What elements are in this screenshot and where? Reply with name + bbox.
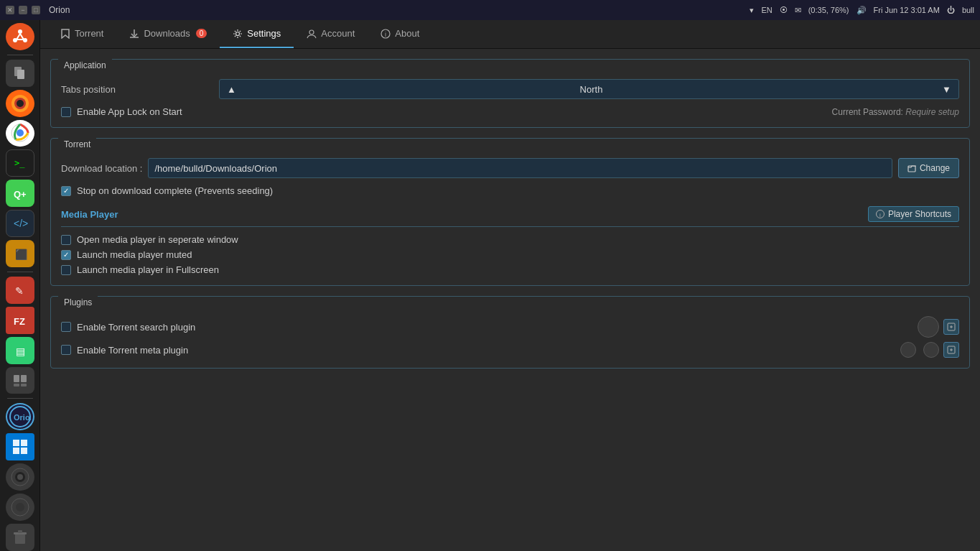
sidebar-icon-ubuntu[interactable] bbox=[6, 23, 34, 50]
meta-plugin-action-btn[interactable] bbox=[943, 342, 959, 358]
svg-point-13 bbox=[17, 129, 24, 136]
open-separate-checkbox[interactable] bbox=[61, 235, 71, 245]
change-location-button[interactable]: Change bbox=[898, 158, 959, 178]
svg-text:i: i bbox=[879, 212, 881, 218]
password-info: Current Password: Require setup bbox=[832, 107, 959, 117]
sidebar-icon-window[interactable] bbox=[6, 433, 34, 460]
svg-rect-46 bbox=[18, 530, 22, 533]
sidebar-icon-files2[interactable] bbox=[6, 367, 34, 394]
sidebar-icon-orion[interactable]: Orion bbox=[6, 403, 34, 430]
sidebar-icon-cam[interactable] bbox=[6, 463, 34, 491]
section-torrent: Torrent Download location : Change Stop … bbox=[50, 138, 970, 286]
battery-status: (0:35, 76%) bbox=[808, 6, 849, 14]
titlebar-status: ▾ EN ⦿ ✉ (0:35, 76%) 🔊 Fri Jun 12 3:01 A… bbox=[750, 6, 974, 15]
tab-account-label: Account bbox=[321, 28, 355, 39]
svg-point-48 bbox=[309, 30, 314, 34]
download-location-label: Download location : bbox=[61, 163, 142, 174]
svg-rect-44 bbox=[15, 534, 25, 544]
launch-fullscreen-label: Launch media player in Fullscreen bbox=[77, 264, 219, 275]
sidebar: >_ Q+ </> ⬛ ✎ FZ ▤ Orion bbox=[0, 20, 40, 551]
plugin-action-icon bbox=[947, 323, 956, 331]
close-btn[interactable]: ✕ bbox=[6, 6, 14, 14]
stop-on-complete-label: Stop on download complete (Prevents seed… bbox=[77, 185, 273, 196]
password-value: Require setup bbox=[905, 107, 959, 117]
svg-rect-30 bbox=[14, 384, 19, 386]
search-plugin-icon-large bbox=[918, 316, 939, 338]
maximize-btn[interactable]: □ bbox=[32, 6, 40, 14]
meta-plugin-action-icon bbox=[947, 346, 956, 354]
section-plugins: Plugins Enable Torrent search plugin bbox=[50, 296, 970, 369]
tab-torrent[interactable]: Torrent bbox=[47, 20, 116, 48]
tab-settings[interactable]: Settings bbox=[220, 20, 294, 48]
section-plugins-title: Plugins bbox=[58, 296, 98, 309]
meta-plugin-icon-sm1 bbox=[900, 342, 916, 358]
launch-muted-row: Launch media player muted bbox=[61, 249, 959, 260]
sidebar-icon-files[interactable] bbox=[6, 60, 34, 87]
applock-label: Enable App Lock on Start bbox=[77, 106, 182, 117]
tabs-position-label: Tabs position bbox=[61, 84, 219, 95]
settings-icon bbox=[233, 29, 243, 39]
bluetooth-icon: ⦿ bbox=[780, 6, 788, 14]
folder-icon bbox=[907, 164, 916, 172]
svg-text:FZ: FZ bbox=[14, 316, 25, 327]
svg-rect-29 bbox=[21, 375, 27, 382]
sidebar-icon-firefox[interactable] bbox=[6, 90, 34, 117]
sidebar-icon-terminal[interactable]: >_ bbox=[6, 149, 34, 177]
svg-point-43 bbox=[16, 503, 24, 511]
applock-checkbox[interactable] bbox=[61, 107, 71, 117]
sidebar-icon-filezilla[interactable]: FZ bbox=[6, 307, 34, 334]
lang-indicator: EN bbox=[761, 6, 772, 14]
sidebar-icon-qt[interactable]: Q+ bbox=[6, 180, 34, 207]
svg-text:Orion: Orion bbox=[14, 413, 31, 422]
password-label: Current Password: bbox=[832, 107, 903, 117]
section-application-title: Application bbox=[58, 59, 112, 72]
download-location-input[interactable] bbox=[148, 158, 892, 178]
sidebar-icon-brackets[interactable]: </> bbox=[6, 210, 34, 237]
svg-text:</>: </> bbox=[14, 218, 28, 229]
window-title: Orion bbox=[49, 5, 70, 15]
sidebar-icon-box[interactable]: ⬛ bbox=[6, 240, 34, 267]
sidebar-icon-cam2[interactable] bbox=[6, 494, 34, 521]
sidebar-icon-red[interactable]: ✎ bbox=[6, 277, 34, 304]
enable-search-plugin-checkbox[interactable] bbox=[61, 322, 71, 332]
sidebar-icon-green[interactable]: ▤ bbox=[6, 337, 34, 364]
minimize-btn[interactable]: − bbox=[19, 6, 27, 14]
tabs-position-value: North bbox=[580, 84, 603, 95]
svg-text:i: i bbox=[385, 31, 386, 38]
tab-downloads[interactable]: Downloads 0 bbox=[116, 20, 220, 48]
tabs-position-select[interactable]: ▲ North ▼ bbox=[219, 79, 959, 99]
launch-fullscreen-checkbox[interactable] bbox=[61, 265, 71, 275]
enable-meta-plugin-label: Enable Torrent meta plugin bbox=[77, 345, 188, 356]
power-icon: ⏻ bbox=[947, 6, 955, 14]
wifi-icon: ▾ bbox=[750, 6, 754, 15]
tab-settings-label: Settings bbox=[247, 28, 281, 39]
svg-text:>_: >_ bbox=[14, 158, 25, 168]
bookmark-icon bbox=[60, 29, 70, 39]
tab-account[interactable]: Account bbox=[294, 20, 368, 48]
svg-rect-37 bbox=[13, 448, 19, 454]
download-icon bbox=[129, 29, 139, 39]
svg-text:✎: ✎ bbox=[15, 285, 24, 297]
enable-meta-plugin-checkbox[interactable] bbox=[61, 345, 71, 355]
info-circle-icon: i bbox=[876, 210, 885, 218]
stop-on-complete-checkbox[interactable] bbox=[61, 186, 71, 196]
sidebar-icon-trash[interactable] bbox=[6, 524, 34, 551]
search-plugin-icons bbox=[918, 316, 959, 338]
sidebar-icon-chrome[interactable] bbox=[6, 120, 34, 147]
titlebar-controls[interactable]: ✕ − □ bbox=[6, 6, 40, 14]
svg-text:⬛: ⬛ bbox=[15, 249, 28, 261]
tab-torrent-label: Torrent bbox=[75, 28, 103, 39]
svg-rect-31 bbox=[21, 384, 27, 386]
launch-fullscreen-row: Launch media player in Fullscreen bbox=[61, 264, 959, 275]
player-shortcuts-button[interactable]: i Player Shortcuts bbox=[868, 206, 959, 222]
tab-about-label: About bbox=[395, 28, 419, 39]
search-plugin-action-btn[interactable] bbox=[943, 319, 959, 335]
tab-downloads-label: Downloads bbox=[144, 28, 190, 39]
tab-bar: Torrent Downloads 0 Settings Account i A… bbox=[40, 20, 980, 49]
tab-about[interactable]: i About bbox=[368, 20, 432, 48]
svg-point-1 bbox=[18, 29, 22, 34]
media-player-header: Media Player i Player Shortcuts bbox=[61, 206, 959, 227]
svg-text:▤: ▤ bbox=[16, 346, 25, 357]
svg-rect-35 bbox=[13, 440, 19, 446]
launch-muted-checkbox[interactable] bbox=[61, 250, 71, 260]
